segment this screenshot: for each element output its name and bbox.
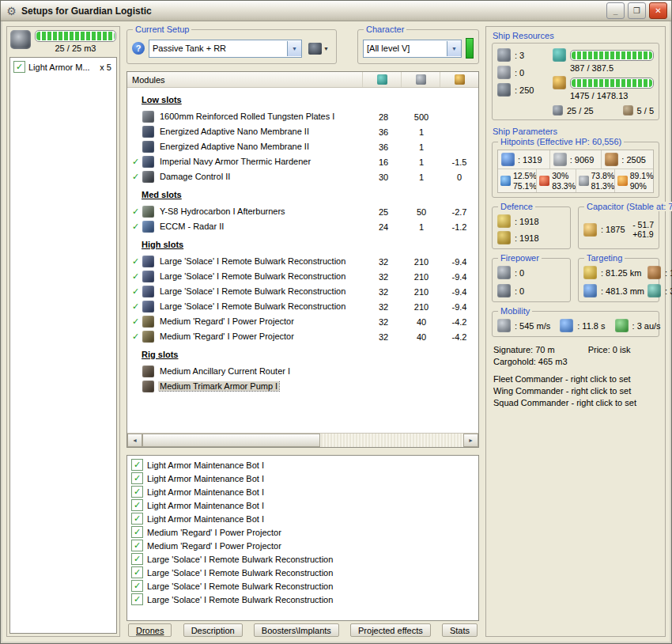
checked-checkbox[interactable]: ✓ — [131, 593, 143, 605]
setup-dropdown[interactable]: Passive Tank + RR ▼ — [149, 40, 302, 58]
module-row[interactable]: ✓Large 'Solace' I Remote Bulwark Reconst… — [127, 299, 478, 314]
list-item[interactable]: ✓Light Armor Maintenance Bot I — [129, 512, 477, 525]
tools-dropdown-arrow-icon: ▼ — [323, 46, 329, 51]
active-check-icon: ✓ — [130, 157, 141, 167]
resist-cell: 89.1%90% — [614, 169, 653, 192]
checked-checkbox[interactable]: ✓ — [131, 459, 143, 471]
stat-value: : 0 — [515, 68, 524, 78]
help-icon[interactable]: ? — [132, 42, 145, 55]
list-item[interactable]: ✓Large 'Solace' I Remote Bulwark Reconst… — [129, 552, 477, 566]
setup-tools-button[interactable]: ▼ — [306, 40, 331, 58]
tab-stats[interactable]: Stats — [442, 623, 478, 637]
module-row[interactable]: ✓Damage Control II3010 — [127, 169, 478, 184]
module-cpu-value: 25 — [364, 207, 402, 217]
module-row[interactable]: ✓Imperial Navy Armor Thermic Hardener161… — [127, 154, 478, 169]
powergrid-column-header[interactable] — [401, 72, 440, 87]
module-powergrid-value: 1 — [402, 127, 440, 137]
module-row[interactable]: 1600mm Reinforced Rolled Tungsten Plates… — [127, 109, 478, 124]
module-cpu-value: 32 — [364, 302, 402, 312]
modules-table-header[interactable]: Modules — [127, 72, 478, 88]
scroll-right-icon[interactable]: ► — [463, 434, 478, 447]
module-row[interactable]: ✓Large 'Solace' I Remote Bulwark Reconst… — [127, 254, 478, 269]
remote-repair-icon — [142, 256, 154, 267]
list-item[interactable]: ✓Medium 'Regard' I Power Projector — [129, 539, 477, 552]
tab-description[interactable]: Description — [183, 623, 243, 637]
module-row[interactable]: ✓Y-S8 Hydrocarbon I Afterburners2550-2.7 — [127, 204, 478, 219]
list-item[interactable]: ✓Large 'Solace' I Remote Bulwark Reconst… — [129, 593, 477, 606]
scroll-left-icon[interactable]: ◄ — [127, 434, 142, 447]
module-cpu-value: 36 — [364, 127, 402, 137]
tab-projected-effects[interactable]: Projected effects — [350, 623, 431, 637]
checked-checkbox[interactable]: ✓ — [131, 486, 143, 498]
tab-boosters-implants[interactable]: Boosters\Implants — [254, 623, 339, 637]
module-row[interactable]: ✓Large 'Solace' I Remote Bulwark Reconst… — [127, 284, 478, 299]
signature-value: Signature: 70 m — [493, 345, 555, 354]
character-dropdown-arrow-icon[interactable]: ▼ — [447, 41, 461, 56]
checked-checkbox[interactable]: ✓ — [131, 499, 143, 511]
wing-commander-slot[interactable]: Wing Commander - right click to set — [493, 386, 659, 396]
module-row[interactable]: ✓ECCM - Radar II241-1.2 — [127, 219, 478, 234]
checked-checkbox[interactable]: ✓ — [131, 526, 143, 538]
drones-tab-list[interactable]: ✓Light Armor Maintenance Bot I✓Light Arm… — [126, 455, 479, 621]
scrollbar-track[interactable] — [142, 434, 463, 447]
maximize-button[interactable]: ❒ — [628, 2, 646, 19]
checked-checkbox[interactable]: ✓ — [131, 553, 143, 565]
list-item[interactable]: ✓Large 'Solace' I Remote Bulwark Reconst… — [129, 566, 477, 579]
kinetic-resist-icon — [579, 176, 589, 186]
checked-checkbox[interactable]: ✓ — [13, 61, 25, 73]
character-dropdown[interactable]: [All level V] ▼ — [363, 40, 462, 58]
module-name: Medium 'Regard' I Power Projector — [158, 316, 296, 326]
module-row[interactable]: Medium Ancillary Current Router I — [127, 364, 478, 379]
drone-bay-list[interactable]: ✓Light Armor M...x 5 — [9, 57, 117, 634]
checked-checkbox[interactable]: ✓ — [131, 513, 143, 525]
cpu-column-header[interactable] — [362, 72, 401, 87]
titlebar[interactable]: ⚙ Setups for Guardian Logistic _ ❒ ✕ — [1, 1, 671, 21]
module-row[interactable]: Medium Trimark Armor Pump I — [127, 379, 478, 394]
drone-bay-item[interactable]: ✓Light Armor M...x 5 — [12, 59, 115, 74]
list-item[interactable]: ✓Light Armor Maintenance Bot I — [129, 472, 477, 485]
module-row[interactable]: Energized Adaptive Nano Membrane II361 — [127, 124, 478, 139]
fleet-commander-slot[interactable]: Fleet Commander - right click to set — [493, 374, 659, 384]
module-row[interactable]: ✓Medium 'Regard' I Power Projector3240-4… — [127, 329, 478, 344]
module-name: Damage Control II — [158, 172, 232, 181]
module-row[interactable]: ✓Medium 'Regard' I Power Projector3240-4… — [127, 314, 478, 329]
close-button[interactable]: ✕ — [649, 2, 667, 19]
module-name: Medium Trimark Armor Pump I — [158, 381, 279, 391]
checked-checkbox[interactable]: ✓ — [131, 540, 143, 551]
module-powergrid-value: 1 — [402, 157, 440, 167]
module-powergrid-value: 210 — [402, 257, 440, 267]
active-check-icon: ✓ — [130, 222, 141, 232]
list-item[interactable]: ✓Light Armor Maintenance Bot I — [129, 458, 477, 472]
item-name: Large 'Solace' I Remote Bulwark Reconstr… — [147, 595, 477, 604]
cargohold-value: Cargohold: 465 m3 — [493, 357, 659, 366]
module-name: Large 'Solace' I Remote Bulwark Reconstr… — [158, 271, 347, 281]
explosive-resist-icon — [617, 176, 628, 186]
checked-checkbox[interactable]: ✓ — [131, 566, 143, 578]
module-powergrid-value: 50 — [402, 207, 440, 217]
module-row[interactable]: Energized Adaptive Nano Membrane II361 — [127, 139, 478, 154]
module-row[interactable]: ✓Large 'Solace' I Remote Bulwark Reconst… — [127, 269, 478, 284]
active-check-icon: ✓ — [130, 286, 141, 297]
minimize-button[interactable]: _ — [606, 2, 625, 19]
cpu-icon — [553, 48, 566, 62]
checked-checkbox[interactable]: ✓ — [131, 580, 143, 592]
tab-drones[interactable]: Drones — [128, 623, 172, 637]
setup-dropdown-arrow-icon[interactable]: ▼ — [287, 41, 301, 56]
list-item[interactable]: ✓Large 'Solace' I Remote Bulwark Reconst… — [129, 579, 477, 593]
module-cpu-value: 32 — [364, 257, 402, 267]
module-powergrid-value: 500 — [402, 112, 440, 122]
list-item[interactable]: ✓Light Armor Maintenance Bot I — [129, 485, 477, 498]
remote-repair-icon — [142, 286, 154, 297]
rig-icon — [142, 366, 154, 377]
horizontal-scrollbar[interactable]: ◄ ► — [127, 433, 478, 447]
scrollbar-thumb[interactable] — [142, 434, 320, 447]
list-item[interactable]: ✓Light Armor Maintenance Bot I — [129, 498, 477, 512]
mobility-group: Mobility : 545 m/s: 11.8 s: 3 au/s — [492, 311, 659, 337]
stat-value: : 11.8 s — [577, 321, 605, 331]
checked-checkbox[interactable]: ✓ — [131, 472, 143, 484]
list-item[interactable]: ✓Medium 'Regard' I Power Projector — [129, 525, 477, 539]
squad-commander-slot[interactable]: Squad Commander - right click to set — [493, 398, 659, 407]
item-name: Light Armor Maintenance Bot I — [147, 460, 477, 470]
capacitor-column-header[interactable] — [440, 72, 478, 87]
calibration-icon — [497, 83, 511, 97]
